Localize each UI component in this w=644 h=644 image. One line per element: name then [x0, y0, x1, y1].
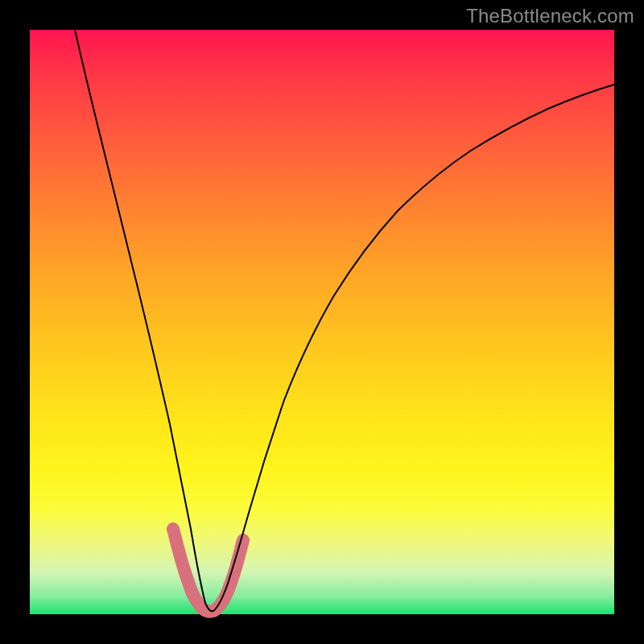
watermark-text: TheBottleneck.com [466, 5, 634, 27]
plot-area [30, 30, 614, 614]
bottleneck-curve-svg [30, 30, 614, 614]
bottleneck-curve [75, 30, 614, 611]
chart-stage: TheBottleneck.com [0, 0, 644, 644]
